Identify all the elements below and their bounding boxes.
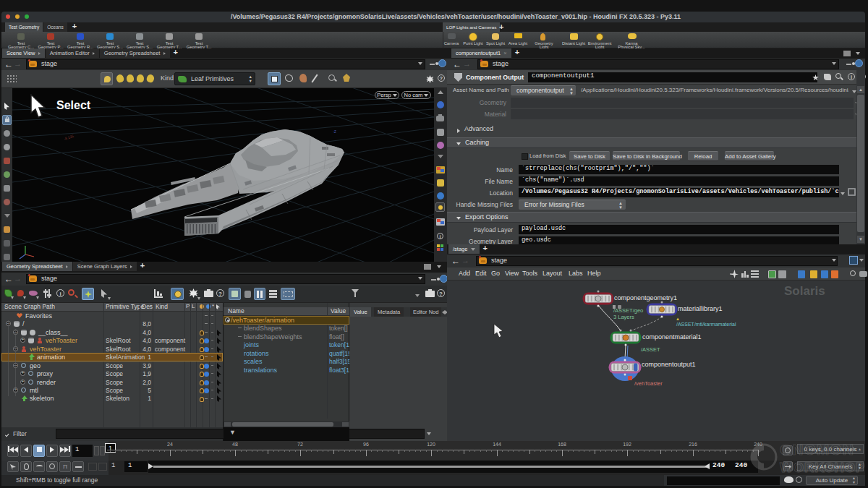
svg-text:-Z: -Z	[333, 129, 336, 134]
